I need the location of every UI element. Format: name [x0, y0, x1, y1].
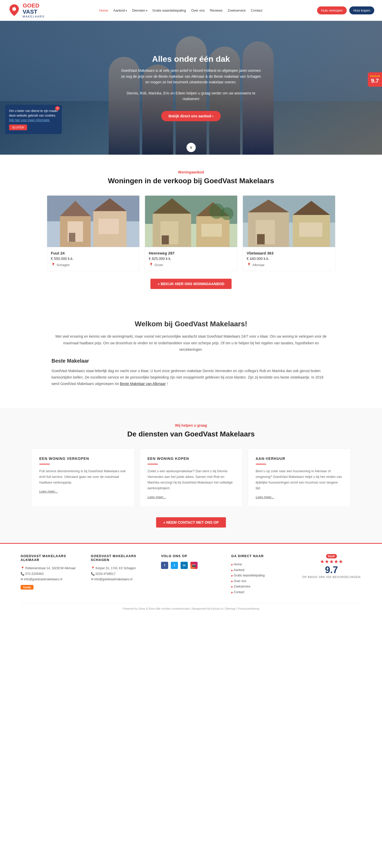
property-price-3: € 440.000 k.k.	[247, 256, 331, 261]
dienst-verkopen-title: EEN WONING VERKOPEN	[39, 457, 126, 461]
scroll-arrow[interactable]: ∨	[186, 143, 196, 152]
location-pin-icon-1: 📍	[51, 263, 55, 267]
footer-link-zoekservice[interactable]: Zoekservice	[231, 584, 291, 590]
property-card-3[interactable]: Vlietwaard 363 € 440.000 k.k. 📍 Alkmaar	[243, 195, 335, 271]
properties-grid: Fuut 24 € 550.000 k.k. 📍 Schagen	[26, 195, 356, 271]
rating-score: 9.7	[370, 78, 380, 84]
logo[interactable]: GOED VAST MAKELAARS	[8, 3, 45, 18]
site-footer: GOEDVAST MAKELAARS ALKMAAR 📍 Pettemerstr…	[0, 543, 382, 615]
hero-subtext: Dennis, Rob, Marinka, Eric en Edwin help…	[119, 90, 263, 102]
footer-link-over-ons[interactable]: Over ons	[231, 579, 291, 584]
beste-makelaar-link[interactable]: Beste Makelaar van Alkmaar	[120, 382, 166, 386]
property-image-3	[243, 195, 335, 247]
twitter-button[interactable]: t	[171, 562, 178, 569]
property-location-2: 📍 Groet	[149, 263, 233, 267]
svg-point-20	[221, 208, 233, 220]
cookie-sluiten-button[interactable]: SLUITEN	[9, 125, 27, 130]
property-image-1	[47, 195, 139, 247]
footer-rating-col: kiyoh ★★★★★ 9.7 OP BASIS VAN 336 BEOORDE…	[301, 554, 361, 595]
footer-alkmaar: GOEDVAST MAKELAARS ALKMAAR 📍 Pettemerstr…	[21, 554, 81, 595]
dienst-verhuur-link[interactable]: Lees meer...	[256, 495, 274, 499]
property-name-1: Fuut 24	[51, 251, 136, 255]
footer-schagen-phone[interactable]: 📞 0224-4748517	[91, 571, 151, 577]
dienst-card-verhuur: AAN-VERHUUR Bent u op zoek naar een huur…	[248, 448, 351, 507]
cookie-link[interactable]: Klik hier voor meer informatie.	[9, 118, 50, 122]
dienst-verhuur-text: Bent u op zoek naar een huurwoning in Al…	[256, 468, 343, 491]
footer-link-gratis[interactable]: Gratis waardebepaling	[231, 573, 291, 579]
cookie-close-button[interactable]: ✕	[55, 106, 60, 111]
property-info-2: Heereweg 287 € 825.000 k.k. 📍 Groet	[145, 247, 237, 271]
footer-link-home[interactable]: Home	[231, 562, 291, 567]
dienst-kopen-title: EEN WONING KOPEN	[148, 457, 235, 461]
location-pin-icon-3: 📍	[247, 263, 251, 267]
beste-makelaar-text: GoedVast Makelaars staat letterlijk dag …	[52, 368, 330, 387]
property-price-1: € 550.000 k.k.	[51, 256, 136, 261]
chevron-down-icon: ∨	[186, 143, 196, 152]
huis-kopen-button[interactable]: Huis kopen	[349, 6, 374, 14]
property-name-2: Heereweg 287	[149, 251, 233, 255]
nav-zoekservice[interactable]: Zoekservice	[228, 8, 246, 12]
woningaanbod-button[interactable]: » BEKIJK HIER ONS WONINGAANBOD	[150, 279, 232, 289]
dienst-kopen-link[interactable]: Lees meer...	[148, 495, 166, 499]
rating-badge: ★★★★★ 9.7	[368, 72, 382, 87]
instagram-button[interactable]: 📷	[190, 562, 198, 569]
dienst-divider-3	[256, 464, 266, 464]
footer-alkmaar-email[interactable]: ✉ info@goedvastmakelaars.nl	[21, 577, 81, 582]
footer-schagen-email[interactable]: ✉ info@goedvastmakelaars.nl	[91, 577, 151, 582]
property-card-2[interactable]: Heereweg 287 € 825.000 k.k. 📍 Groet	[145, 195, 237, 271]
site-header: GOED VAST MAKELAARS Home Aanbod Diensten…	[0, 0, 382, 21]
nav-aanbod[interactable]: Aanbod	[113, 8, 127, 12]
contact-button[interactable]: » NEEM CONTACT MET ONS OP	[156, 517, 226, 528]
property-house-svg-2	[145, 195, 237, 247]
footer-alkmaar-title: GOEDVAST MAKELAARS ALKMAAR	[21, 554, 81, 562]
hero-text: GoedVast Makelaars is al vele jaren acti…	[119, 68, 263, 85]
footer-alkmaar-address: 📍 Pettemerstraat 14, 1823CW Alkmaar	[21, 566, 81, 571]
property-city-3: Alkmaar	[253, 263, 265, 267]
diensten-label: Wij helpen u graag	[21, 423, 361, 428]
svg-point-0	[12, 7, 16, 11]
cookie-text: Om u beter van dienst te zijn maakt deze…	[9, 108, 58, 118]
property-city-1: Schagen	[57, 263, 70, 267]
property-card-1[interactable]: Fuut 24 € 550.000 k.k. 📍 Schagen	[47, 195, 140, 271]
nav-diensten[interactable]: Diensten	[132, 8, 147, 12]
dienst-verkopen-text: Full service dienstverlening is bij Goed…	[39, 468, 126, 485]
dienst-divider-2	[148, 464, 158, 464]
footer-stars: ★★★★★	[301, 558, 361, 565]
dienst-verhuur-title: AAN-VERHUUR	[256, 457, 343, 461]
logo-vast: VAST	[23, 9, 45, 15]
svg-rect-9	[69, 233, 75, 242]
kiyoh-logo: kiyoh	[326, 554, 337, 558]
hero-cta-button[interactable]: Bekijk direct ons aanbod ›	[161, 111, 221, 121]
footer-schagen-address: 📍 Korper 31, 1741 XX Schagen	[91, 566, 151, 571]
footer-grid: GOEDVAST MAKELAARS ALKMAAR 📍 Pettemerstr…	[21, 554, 361, 595]
funda-logo: funda	[21, 585, 33, 590]
dienst-kopen-text: Zoekt u een aankoopmakelaar? Dan bent u …	[148, 468, 235, 491]
svg-rect-17	[201, 224, 222, 237]
nav-waardebepaling[interactable]: Gratis waardebepaling	[152, 8, 186, 12]
nav-home[interactable]: Home	[99, 8, 108, 12]
header-buttons: Huis verkopen Huis kopen	[317, 6, 374, 14]
hero-section: Alles onder één dak GoedVast Makelaars i…	[0, 21, 382, 155]
footer-schagen: GOEDVAST MAKELAARS SCHAGEN 📍 Korper 31, …	[91, 554, 151, 595]
woningaanbod-title: Woningen in de verkoop bij GoedVast Make…	[26, 177, 356, 185]
footer-bottom: Powered by Gees & Roos Alle rechten voor…	[21, 603, 361, 610]
diensten-title: De diensten van GoedVast Makelaars	[21, 430, 361, 438]
footer-link-aanbod[interactable]: Aanbod	[231, 567, 291, 573]
footer-alkmaar-phone[interactable]: 📞 072-2205463	[21, 571, 81, 577]
woningaanbod-section: Woningaanbod Woningen in de verkoop bij …	[0, 155, 382, 304]
diensten-cards: EEN WONING VERKOPEN Full service dienstv…	[21, 448, 361, 507]
nav-contact[interactable]: Contact	[251, 8, 263, 12]
footer-link-contact[interactable]: Contact	[231, 590, 291, 595]
woningaanbod-label: Woningaanbod	[26, 170, 356, 174]
svg-rect-8	[98, 219, 119, 235]
cookie-notice: ✕ Om u beter van dienst te zijn maakt de…	[5, 105, 62, 134]
huis-verkopen-button[interactable]: Huis verkopen	[317, 6, 347, 14]
facebook-button[interactable]: f	[161, 562, 168, 569]
property-house-svg-1	[47, 195, 139, 247]
dienst-verkopen-link[interactable]: Lees meer...	[39, 490, 58, 493]
nav-over-ons[interactable]: Over ons	[191, 8, 205, 12]
linkedin-button[interactable]: in	[181, 562, 188, 569]
logo-pin-icon	[8, 4, 21, 17]
funda-badge: funda	[21, 585, 81, 590]
nav-reviews[interactable]: Reviews	[210, 8, 223, 12]
